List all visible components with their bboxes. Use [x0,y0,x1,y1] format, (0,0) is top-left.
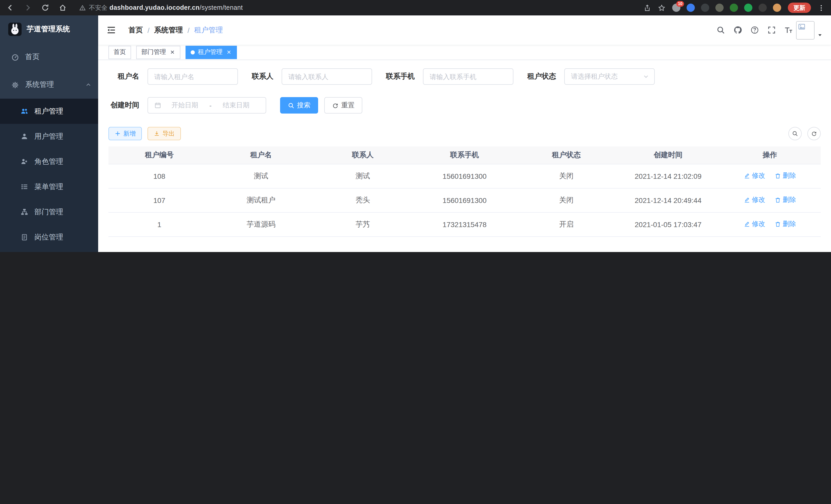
site-security-chip[interactable]: 不安全 [79,3,107,12]
gear-icon [11,81,19,89]
cell-contact: 测试 [312,164,414,188]
browser-update-button[interactable]: 更新 [788,3,811,13]
sidebar-item-label: 角色管理 [34,157,63,166]
sidebar-item-user[interactable]: 用户管理 [0,124,98,149]
close-icon[interactable] [170,49,175,55]
url-path: /system/tenant [200,4,243,11]
reset-button[interactable]: 重置 [324,97,362,114]
edit-label: 修改 [752,196,765,205]
tab-tenant[interactable]: 租户管理 [185,46,237,59]
extension-icon[interactable]: 10 [672,4,681,12]
add-button[interactable]: 新增 [109,127,142,140]
filter-status: 租户状态 请选择租户状态 [527,68,655,85]
breadcrumb-home[interactable]: 首页 [128,25,143,35]
extension-icon[interactable] [758,4,767,12]
chevron-up-icon [85,82,91,88]
fullscreen-icon[interactable] [767,26,776,34]
tab-home[interactable]: 首页 [109,46,131,59]
cell-created: 2021-01-05 17:03:47 [617,212,719,236]
home-icon[interactable] [59,4,67,12]
main-area: 首页 / 系统管理 / 租户管理 首页部门管理租户管理 租户名 [98,16,831,252]
extension-icon[interactable] [715,4,724,12]
extension-icon[interactable] [701,4,709,12]
extension-icon[interactable] [773,4,781,12]
search-icon[interactable] [716,26,725,34]
cell-name: 测试 [210,164,312,188]
reload-icon[interactable] [41,4,49,12]
reset-button-label: 重置 [341,101,354,110]
navbar-actions [716,26,793,34]
refresh-table-button[interactable] [807,127,821,140]
column-header: 租户名 [210,146,312,164]
table-toolbar: 新增 导出 [109,127,821,140]
tree-icon [21,208,28,216]
sidebar-menu: 首页系统管理租户管理用户管理角色管理菜单管理部门管理岗位管理字典管理通知公告审计… [0,43,98,252]
delete-link[interactable]: 删除 [774,219,796,229]
sidebar-item-tenant[interactable]: 租户管理 [0,99,98,124]
start-date-placeholder: 开始日期 [161,101,208,110]
star-icon[interactable] [658,4,665,11]
delete-link[interactable]: 删除 [774,196,796,205]
extension-icon[interactable] [687,4,695,12]
help-icon[interactable] [750,26,759,34]
tenant-table: 租户编号租户名联系人联系手机租户状态创建时间操作 108测试测试15601691… [109,146,821,237]
toolbar-right [789,127,821,140]
dashboard-icon [11,53,19,61]
extension-icon[interactable] [744,4,752,12]
edit-icon [744,197,750,203]
users-icon [21,108,28,115]
sidebar-item-label: 系统管理 [25,80,54,89]
table-row: 1芋道源码芋艿17321315478开启2021-01-05 17:03:47修… [109,212,821,236]
close-icon[interactable] [226,49,232,55]
font-size-icon[interactable] [784,26,793,34]
export-button[interactable]: 导出 [147,127,181,140]
tab-dept[interactable]: 部门管理 [136,46,180,59]
toggle-search-button[interactable] [789,127,802,140]
phone-input[interactable] [423,68,513,85]
extension-badge: 10 [676,1,684,7]
github-icon[interactable] [733,26,742,34]
sidebar-logo[interactable]: 芋道管理系统 [0,16,98,43]
filter-form-row-2: 创建时间 开始日期 - 结束日期 搜索 重置 [109,97,821,114]
extension-icon[interactable] [730,4,738,12]
navbar: 首页 / 系统管理 / 租户管理 [98,16,831,45]
column-header: 联系手机 [414,146,515,164]
delete-link[interactable]: 删除 [774,171,796,181]
edit-link[interactable]: 修改 [744,196,765,205]
sidebar-item-menu[interactable]: 菜单管理 [0,174,98,199]
download-icon [154,130,160,137]
export-button-label: 导出 [163,129,175,138]
filter-create-time: 创建时间 开始日期 - 结束日期 [109,97,266,114]
delete-icon [774,197,781,203]
edit-link[interactable]: 修改 [744,171,765,181]
tenant-name-input[interactable] [147,68,238,85]
sidebar-item-dict[interactable]: 字典管理 [0,250,98,252]
tags-bar: 首页部门管理租户管理 [98,45,831,60]
sidebar-item-post[interactable]: 岗位管理 [0,225,98,250]
back-icon[interactable] [6,4,15,12]
browser-extensions: 10 [672,4,781,12]
sidebar-item-role[interactable]: 角色管理 [0,149,98,174]
sidebar-item-home[interactable]: 首页 [0,43,98,71]
table-row: 107测试租户秃头15601691300关闭2021-12-14 20:49:4… [109,188,821,212]
create-time-range-picker[interactable]: 开始日期 - 结束日期 [147,97,266,114]
share-icon[interactable] [643,4,651,11]
table-row: 108测试测试15601691300关闭2021-12-14 21:02:09修… [109,164,821,188]
sidebar-item-system[interactable]: 系统管理 [0,71,98,99]
sidebar-item-dept[interactable]: 部门管理 [0,199,98,225]
browser-menu-icon[interactable] [818,4,825,11]
hamburger-icon[interactable] [106,25,116,35]
forward-icon[interactable] [24,4,32,12]
contact-input[interactable] [282,68,372,85]
tab-label: 首页 [114,48,126,57]
filter-phone: 联系手机 [386,68,513,85]
tenant-status-select[interactable]: 请选择租户状态 [564,68,655,85]
user-icon [21,132,28,140]
tenant-name-label: 租户名 [109,72,139,81]
search-button[interactable]: 搜索 [280,97,318,114]
address-bar[interactable]: dashboard.yudao.iocoder.cn/system/tenant [110,4,243,11]
user-avatar-dropdown[interactable] [796,21,823,39]
role-icon [21,158,28,166]
breadcrumb-system[interactable]: 系统管理 [154,25,183,35]
edit-link[interactable]: 修改 [744,219,765,229]
